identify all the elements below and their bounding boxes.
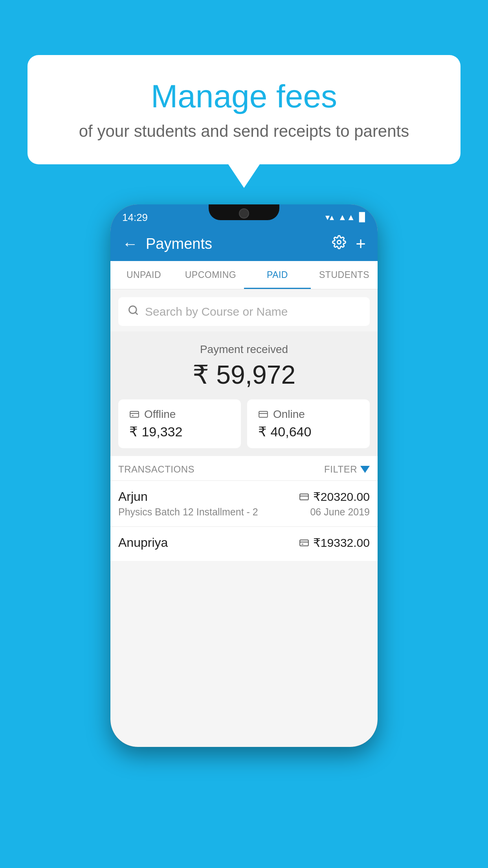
search-icon — [128, 304, 139, 319]
online-card: Online ₹ 40,640 — [247, 399, 370, 448]
online-card-header: Online — [258, 408, 305, 421]
offline-card: Offline ₹ 19,332 — [118, 399, 241, 448]
status-icons: ▾▴ ▲▲ ▉ — [325, 212, 366, 223]
phone-frame: 14:29 ▾▴ ▲▲ ▉ ← Payments — [110, 204, 378, 747]
phone-screen: 14:29 ▾▴ ▲▲ ▉ ← Payments — [110, 204, 378, 747]
transaction-detail-1: Physics Batch 12 Installment - 2 — [118, 506, 258, 518]
speech-bubble: Manage fees of your students and send re… — [28, 55, 460, 164]
transaction-amount-2: ₹19332.00 — [299, 536, 370, 550]
tab-students[interactable]: STUDENTS — [311, 261, 378, 289]
transaction-name-1: Arjun — [118, 489, 148, 504]
filter-label: FILTER — [324, 464, 357, 475]
online-label: Online — [273, 408, 305, 421]
speech-bubble-arrow — [228, 164, 260, 188]
search-placeholder: Search by Course or Name — [145, 305, 288, 318]
svg-rect-3 — [130, 411, 139, 417]
transaction-name-2: Anupriya — [118, 535, 168, 550]
status-time: 14:29 — [122, 211, 148, 224]
payment-summary: Payment received ₹ 59,972 Offline — [110, 331, 378, 456]
tabs-bar: UNPAID UPCOMING PAID STUDENTS — [110, 261, 378, 289]
wifi-icon: ▾▴ — [325, 212, 334, 223]
tab-unpaid[interactable]: UNPAID — [110, 261, 177, 289]
tab-upcoming[interactable]: UPCOMING — [177, 261, 244, 289]
app-header: ← Payments + — [110, 226, 378, 261]
back-button[interactable]: ← — [122, 235, 138, 253]
filter-button[interactable]: FILTER — [324, 464, 370, 475]
search-bar[interactable]: Search by Course or Name — [118, 297, 370, 326]
online-amount: ₹ 40,640 — [258, 424, 311, 440]
tab-paid[interactable]: PAID — [244, 261, 311, 289]
svg-line-2 — [135, 312, 137, 314]
transaction-amount-1: ₹20320.00 — [299, 490, 370, 504]
transaction-bottom-1: Physics Batch 12 Installment - 2 06 June… — [118, 506, 370, 518]
speech-bubble-subtitle: of your students and send receipts to pa… — [51, 122, 437, 141]
speech-bubble-container: Manage fees of your students and send re… — [28, 55, 460, 188]
add-payment-button[interactable]: + — [356, 234, 366, 254]
transaction-top-1: Arjun ₹20320.00 — [118, 489, 370, 504]
transaction-row[interactable]: Arjun ₹20320.00 Physics Batch 12 Install… — [110, 480, 378, 526]
transaction-row[interactable]: Anupriya ₹19332.00 — [110, 526, 378, 561]
battery-icon: ▉ — [359, 212, 366, 223]
filter-icon — [360, 466, 370, 473]
screen-content: Search by Course or Name Payment receive… — [110, 289, 378, 747]
phone-notch — [209, 204, 279, 220]
svg-rect-8 — [300, 494, 308, 500]
header-title: Payments — [146, 235, 332, 252]
svg-rect-6 — [259, 411, 268, 417]
header-actions: + — [332, 234, 366, 254]
phone-camera — [239, 208, 249, 219]
transactions-header: TRANSACTIONS FILTER — [110, 456, 378, 480]
signal-icon: ▲▲ — [338, 212, 355, 223]
payment-received-label: Payment received — [118, 343, 370, 356]
phone-container: 14:29 ▾▴ ▲▲ ▉ ← Payments — [110, 204, 378, 747]
offline-amount: ₹ 19,332 — [129, 424, 182, 440]
payment-total-amount: ₹ 59,972 — [118, 360, 370, 390]
offline-label: Offline — [144, 408, 176, 421]
transaction-top-2: Anupriya ₹19332.00 — [118, 535, 370, 550]
svg-point-0 — [338, 240, 341, 244]
offline-card-header: Offline — [129, 408, 176, 421]
svg-rect-10 — [300, 540, 308, 546]
settings-icon[interactable] — [332, 235, 346, 253]
transactions-label: TRANSACTIONS — [118, 464, 194, 475]
payment-cards: Offline ₹ 19,332 Online — [118, 399, 370, 448]
speech-bubble-title: Manage fees — [51, 79, 437, 114]
transaction-date-1: 06 June 2019 — [310, 506, 370, 518]
